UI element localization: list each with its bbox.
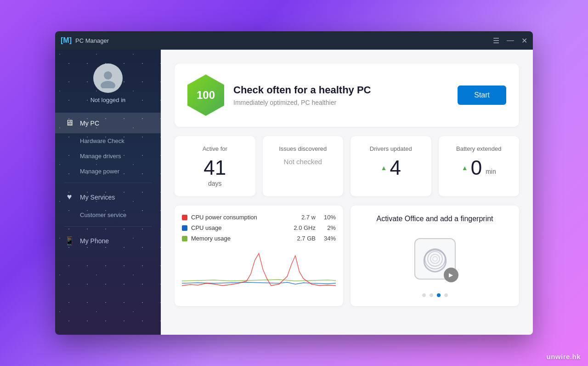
stat-label-active: Active for (182, 145, 248, 152)
svg-point-0 (104, 71, 112, 80)
cpu-power-pct: 10% (319, 214, 336, 221)
stat-value-battery: 0 (471, 158, 482, 178)
titlebar: [M] PC Manager ☰ — ✕ (55, 31, 533, 50)
dot-2[interactable] (430, 293, 433, 297)
cpu-usage-name: CPU usage (191, 224, 284, 231)
app-window: [M] PC Manager ☰ — ✕ Not logged in (55, 31, 533, 335)
sidebar-item-label-my-services: My Services (80, 194, 115, 201)
dots-row (422, 293, 448, 297)
stat-value-drivers: 4 (390, 158, 401, 178)
nav-section: 🖥 My PC Hardware Check Manage drivers Ma… (55, 113, 161, 252)
hero-section: 100 Check often for a healthy PC Immedia… (175, 63, 519, 127)
stat-card-issues: Issues discovered Not checked (263, 136, 344, 196)
stat-value-row-battery: ▲ 0 min (446, 158, 512, 178)
stat-unit-active: days (182, 180, 248, 187)
cpu-usage-pct: 2% (319, 224, 336, 231)
cpu-power-val: 2.7 w (288, 214, 316, 221)
manage-drivers-label: Manage drivers (80, 153, 121, 160)
svg-point-3 (428, 252, 442, 266)
chart-area (182, 246, 336, 302)
stat-label-drivers: Drivers updated (358, 145, 424, 152)
stat-label-battery: Battery extended (446, 145, 512, 152)
chart-svg (182, 246, 336, 302)
hardware-check-label: Hardware Check (80, 137, 124, 144)
memory-name: Memory usage (191, 235, 284, 242)
hero-subtitle: Immediately optimized, PC healthier (233, 99, 448, 106)
dot-4[interactable] (444, 293, 448, 297)
start-button[interactable]: Start (458, 86, 506, 105)
metric-row-cpu-usage: CPU usage 2.0 GHz 2% (182, 224, 336, 231)
sidebar-item-customer-service[interactable]: Customer service (55, 207, 161, 223)
menu-icon[interactable]: ☰ (493, 36, 499, 45)
sidebar-item-my-phone[interactable]: 📱 My Phone (55, 230, 161, 252)
my-services-icon: ♥ (64, 192, 74, 202)
play-button[interactable]: ▶ (444, 268, 458, 282)
memory-val: 2.7 GB (288, 235, 316, 242)
stat-label-issues: Issues discovered (270, 145, 336, 152)
fingerprint-svg (421, 245, 449, 273)
memory-pct: 34% (319, 235, 336, 242)
bottom-row: CPU power consumption 2.7 w 10% CPU usag… (175, 206, 519, 306)
app-logo: [M] (61, 36, 72, 45)
promo-card: Activate Office and add a fingerprint ◯ … (351, 206, 519, 306)
cpu-power-dot (182, 215, 187, 220)
stat-value-row-drivers: ▲ 4 (358, 158, 424, 178)
nav-divider (64, 183, 152, 183)
stat-card-battery: Battery extended ▲ 0 min (439, 136, 520, 196)
stat-unit-battery: min (486, 168, 496, 178)
avatar[interactable] (93, 63, 123, 93)
cpu-usage-val: 2.0 GHz (288, 224, 316, 231)
fingerprint-icon[interactable]: ◯ ▶ (414, 238, 456, 280)
hero-title: Check often for a healthy PC (233, 84, 448, 96)
stats-row: Active for 41 days Issues discovered Not… (175, 136, 519, 196)
close-icon[interactable]: ✕ (521, 36, 527, 45)
sidebar-item-label-my-phone: My Phone (80, 237, 109, 245)
score-badge-shape: 100 (187, 74, 224, 116)
promo-title: Activate Office and add a fingerprint (376, 215, 493, 223)
app-title: PC Manager (75, 37, 109, 44)
score-badge: 100 (187, 74, 224, 116)
sidebar-item-manage-power[interactable]: Manage power (55, 164, 161, 179)
my-phone-icon: 📱 (64, 236, 74, 246)
sidebar-item-my-services[interactable]: ♥ My Services (55, 187, 161, 207)
avatar-icon (98, 68, 118, 88)
stat-value-issues: Not checked (270, 158, 336, 166)
score-value: 100 (197, 89, 215, 102)
sidebar-item-label-my-pc: My PC (80, 120, 99, 127)
svg-point-5 (433, 257, 437, 261)
dot-1[interactable] (422, 293, 426, 297)
stat-value-active: 41 (182, 158, 248, 178)
battery-arrow-icon: ▲ (462, 164, 468, 172)
minimize-icon[interactable]: — (507, 36, 514, 45)
drivers-arrow-icon: ▲ (381, 164, 387, 172)
window-controls: ☰ — ✕ (493, 36, 527, 45)
cpu-usage-dot (182, 225, 187, 231)
my-pc-icon: 🖥 (64, 118, 74, 128)
dot-3-active[interactable] (437, 293, 441, 297)
svg-point-1 (101, 81, 115, 88)
sidebar-item-my-pc[interactable]: 🖥 My PC (55, 113, 161, 133)
customer-service-label: Customer service (80, 212, 126, 218)
chart-card: CPU power consumption 2.7 w 10% CPU usag… (175, 206, 343, 306)
hero-text: Check often for a healthy PC Immediately… (233, 84, 448, 106)
watermark: unwire.hk (546, 353, 581, 360)
memory-dot (182, 236, 187, 241)
stat-card-active-for: Active for 41 days (175, 136, 255, 196)
manage-power-label: Manage power (80, 168, 119, 175)
svg-point-4 (430, 254, 440, 263)
metric-row-cpu-power: CPU power consumption 2.7 w 10% (182, 214, 336, 221)
sidebar: Not logged in 🖥 My PC Hardware Check Man… (55, 50, 161, 335)
user-status-label: Not logged in (90, 97, 126, 103)
main-content: 100 Check often for a healthy PC Immedia… (161, 50, 533, 335)
metric-row-memory: Memory usage 2.7 GB 34% (182, 235, 336, 242)
main-container: Not logged in 🖥 My PC Hardware Check Man… (55, 50, 533, 335)
stat-card-drivers: Drivers updated ▲ 4 (351, 136, 431, 196)
sidebar-item-manage-drivers[interactable]: Manage drivers (55, 149, 161, 164)
cpu-power-name: CPU power consumption (191, 214, 284, 221)
sidebar-item-hardware-check[interactable]: Hardware Check (55, 133, 161, 149)
user-section: Not logged in (55, 59, 161, 113)
nav-divider-2 (64, 226, 152, 227)
